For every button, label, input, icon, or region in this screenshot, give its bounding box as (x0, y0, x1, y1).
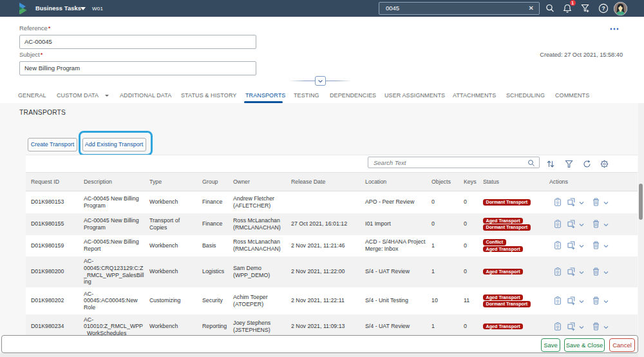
svg-text:?: ? (601, 5, 605, 12)
